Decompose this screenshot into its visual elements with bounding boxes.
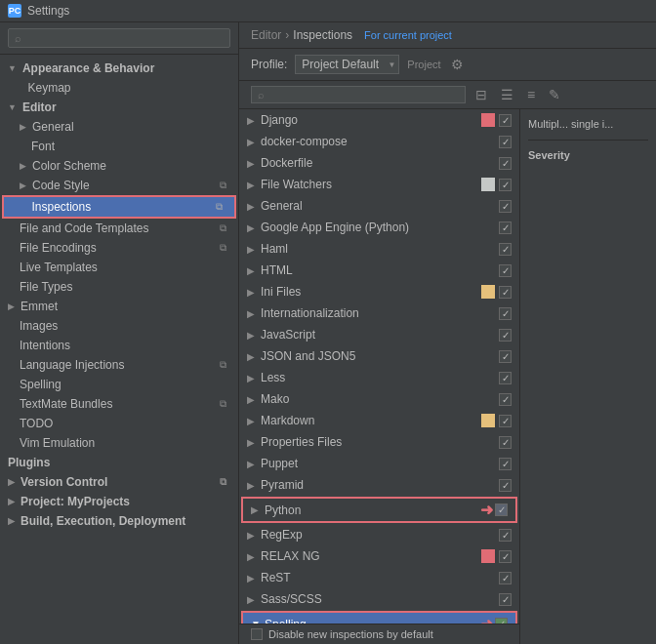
inspection-checkbox[interactable] — [499, 529, 512, 542]
sidebar-item-images[interactable]: Images — [0, 316, 238, 336]
inspection-row-javascript[interactable]: ▶ JavaScript — [239, 324, 519, 345]
profile-gear-btn[interactable]: ⚙ — [449, 55, 466, 74]
inspection-row-python[interactable]: ▶ Python ➜ — [241, 497, 517, 523]
sidebar-items: ▼ Appearance & Behavior Keymap ▼ Editor … — [0, 55, 238, 644]
inspection-row-dockercompose[interactable]: ▶ docker-compose — [239, 131, 519, 152]
inspection-checkbox[interactable] — [499, 136, 512, 148]
inspection-checkbox[interactable] — [499, 458, 512, 470]
inspection-row-pyramid[interactable]: ▶ Pyramid — [239, 474, 519, 496]
sidebar-item-emmet[interactable]: ▶ Emmet — [0, 297, 238, 316]
color-indicator — [481, 478, 495, 492]
sidebar-item-font[interactable]: Font — [0, 137, 238, 156]
sidebar-item-plugins[interactable]: Plugins — [0, 453, 238, 472]
sidebar-search-input[interactable] — [8, 28, 230, 48]
inspection-row-regexp[interactable]: ▶ RegExp — [239, 524, 519, 545]
inspection-row-mako[interactable]: ▶ Mako — [239, 388, 519, 410]
arrow-icon: ▶ — [20, 161, 26, 171]
sidebar-item-general[interactable]: ▶ General — [0, 117, 238, 137]
sidebar-item-textmate[interactable]: TextMate Bundles ⧉ — [0, 394, 238, 414]
arrow-icon: ▶ — [247, 594, 261, 605]
breadcrumb-inspections: Inspections — [293, 28, 352, 42]
inspection-row-puppet[interactable]: ▶ Puppet — [239, 453, 519, 474]
sidebar-item-fileencodings[interactable]: File Encodings ⧉ — [0, 238, 238, 258]
inspection-checkbox[interactable] — [499, 479, 512, 492]
inspection-checkbox[interactable] — [499, 157, 512, 170]
inspection-checkbox[interactable] — [499, 393, 512, 406]
inspection-checkbox[interactable] — [499, 264, 512, 277]
inspection-row-general[interactable]: ▶ General — [239, 195, 519, 217]
inspection-checkbox[interactable] — [499, 114, 512, 127]
inspection-checkbox[interactable] — [499, 436, 512, 449]
inspection-row-i18n[interactable]: ▶ Internationalization — [239, 302, 519, 324]
inspection-checkbox[interactable] — [499, 372, 512, 384]
sidebar-item-colorscheme[interactable]: ▶ Color Scheme — [0, 156, 238, 176]
inspection-row-dockerfile[interactable]: ▶ Dockerfile — [239, 152, 519, 174]
disable-new-inspections-checkbox[interactable] — [251, 628, 263, 640]
inspection-checkbox[interactable] — [499, 415, 512, 427]
arrow-icon: ▶ — [247, 530, 261, 541]
for-current-project-btn[interactable]: For current project — [364, 29, 452, 41]
inspection-row-less[interactable]: ▶ Less — [239, 367, 519, 388]
color-indicator — [481, 263, 495, 277]
profile-tag: Project — [407, 59, 440, 70]
sidebar-item-vimemulation[interactable]: Vim Emulation — [0, 433, 238, 453]
sidebar-item-livetemplates[interactable]: Live Templates — [0, 258, 238, 277]
inspection-row-sass[interactable]: ▶ Sass/SCSS — [239, 588, 519, 610]
sidebar-item-editor[interactable]: ▼ Editor — [0, 98, 238, 117]
inspection-checkbox[interactable] — [499, 286, 512, 299]
color-indicator — [481, 549, 495, 563]
inspection-checkbox[interactable] — [495, 503, 508, 516]
inspection-checkbox[interactable] — [499, 593, 512, 606]
sidebar-item-intentions[interactable]: Intentions — [0, 336, 238, 355]
sidebar-item-versioncontrol[interactable]: ▶ Version Control ⧉ — [0, 472, 238, 492]
inspection-row-googleappengine[interactable]: ▶ Google App Engine (Python) — [239, 217, 519, 238]
sidebar-item-inspections[interactable]: Inspections ⧉ — [2, 195, 236, 219]
main-content: ▼ Appearance & Behavior Keymap ▼ Editor … — [0, 22, 656, 644]
color-indicator — [481, 457, 495, 470]
inspection-row-django[interactable]: ▶ Django — [239, 109, 519, 131]
color-indicator — [481, 285, 495, 299]
breadcrumb-editor: Editor — [251, 28, 281, 42]
inspection-checkbox[interactable] — [499, 200, 512, 213]
copy-icon: ⧉ — [220, 242, 226, 254]
sidebar-item-keymap[interactable]: Keymap — [0, 78, 238, 98]
inspection-checkbox[interactable] — [499, 307, 512, 320]
sidebar-item-filetypes[interactable]: File Types — [0, 277, 238, 297]
inspection-row-filewatchers[interactable]: ▶ File Watchers — [239, 174, 519, 195]
expand-btn[interactable]: ☰ — [497, 85, 517, 104]
color-indicator — [481, 571, 495, 584]
inspection-row-relaxng[interactable]: ▶ RELAX NG — [239, 545, 519, 567]
inspection-checkbox[interactable] — [499, 329, 512, 342]
inspection-row-rest[interactable]: ▶ ReST — [239, 567, 519, 588]
sidebar-item-project[interactable]: ▶ Project: MyProjects — [0, 492, 238, 511]
inspection-row-html[interactable]: ▶ HTML — [239, 260, 519, 281]
inspection-row-propfiles[interactable]: ▶ Properties Files — [239, 431, 519, 453]
inspection-checkbox[interactable] — [499, 572, 512, 584]
sidebar-search-container — [0, 22, 238, 55]
red-arrow-icon: ➜ — [480, 501, 493, 519]
inspection-checkbox[interactable] — [499, 243, 512, 256]
sidebar-item-codestyle[interactable]: ▶ Code Style ⧉ — [0, 176, 238, 195]
sidebar-item-todo[interactable]: TODO — [0, 414, 238, 433]
inspection-checkbox[interactable] — [499, 179, 512, 191]
inspection-row-haml[interactable]: ▶ Haml — [239, 238, 519, 260]
color-indicator — [481, 371, 495, 384]
filter-btn[interactable]: ⊟ — [472, 85, 491, 104]
sidebar-item-langinjections[interactable]: Language Injections ⧉ — [0, 355, 238, 375]
sidebar-item-filetemplates[interactable]: File and Code Templates ⧉ — [0, 219, 238, 238]
sidebar-item-spelling[interactable]: Spelling — [0, 375, 238, 394]
inspections-search-input[interactable] — [251, 86, 466, 103]
inspection-checkbox[interactable] — [499, 550, 512, 563]
sidebar-item-appearance[interactable]: ▼ Appearance & Behavior — [0, 59, 238, 78]
inspection-row-spelling[interactable]: ▼ Spelling ➜ — [241, 611, 517, 624]
sidebar-item-build[interactable]: ▶ Build, Execution, Deployment — [0, 511, 238, 531]
profile-select[interactable]: Project Default — [295, 55, 399, 74]
inspection-row-json[interactable]: ▶ JSON and JSON5 — [239, 345, 519, 367]
collapse-btn[interactable]: ≡ — [523, 85, 539, 104]
edit-btn[interactable]: ✎ — [545, 85, 564, 104]
inspection-row-inifiles[interactable]: ▶ Ini Files — [239, 281, 519, 302]
inspection-checkbox[interactable] — [499, 221, 512, 234]
arrow-icon: ▶ — [247, 287, 261, 298]
inspection-row-markdown[interactable]: ▶ Markdown — [239, 410, 519, 431]
inspection-checkbox[interactable] — [499, 350, 512, 363]
